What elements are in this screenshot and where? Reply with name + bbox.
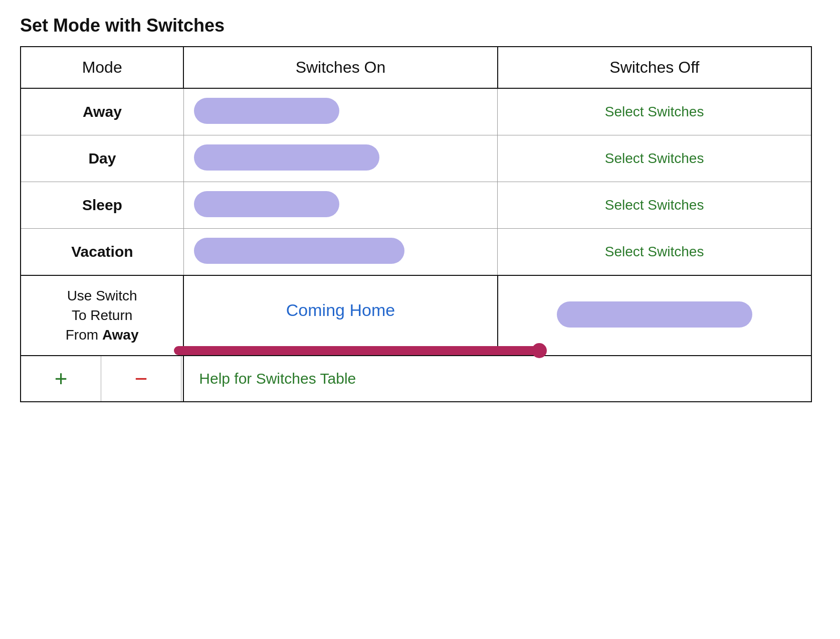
header-switches-on: Switches On	[183, 47, 497, 88]
header-switches-off: Switches Off	[498, 47, 811, 88]
switches-off-away[interactable]: Select Switches	[498, 88, 811, 135]
return-text-line2: To Return	[72, 307, 132, 323]
pill-day[interactable]	[194, 144, 379, 171]
mode-label-sleep: Sleep	[21, 182, 183, 229]
return-text-bold: Away	[102, 327, 139, 343]
table-row-vacation: Vacation Select Switches	[21, 229, 811, 276]
add-button[interactable]: +	[21, 356, 101, 401]
page-title: Set Mode with Switches	[20, 15, 820, 36]
switches-off-sleep[interactable]: Select Switches	[498, 182, 811, 229]
help-cell[interactable]: Help for Switches Table	[183, 356, 811, 402]
help-text[interactable]: Help for Switches Table	[199, 370, 356, 387]
coming-home-text[interactable]: Coming Home	[286, 300, 395, 320]
return-text-line3: From	[66, 327, 98, 343]
slider-thumb[interactable]	[532, 343, 547, 358]
select-switches-day-button[interactable]: Select Switches	[600, 145, 709, 172]
pill-vacation[interactable]	[194, 238, 404, 264]
switches-on-away[interactable]	[183, 88, 497, 135]
select-switches-vacation-button[interactable]: Select Switches	[600, 239, 709, 265]
table-row-return: Use Switch To Return From Away Coming Ho…	[21, 275, 811, 356]
coming-home-cell[interactable]: Coming Home	[183, 275, 497, 356]
switches-table: Mode Switches On Switches Off Away Selec…	[20, 46, 812, 402]
footer-buttons-cell: + −	[21, 356, 183, 402]
return-label-cell: Use Switch To Return From Away	[21, 275, 183, 356]
mode-label-day: Day	[21, 135, 183, 182]
slider-track[interactable]	[174, 346, 545, 355]
switches-off-vacation[interactable]: Select Switches	[498, 229, 811, 276]
switches-on-vacation[interactable]	[183, 229, 497, 276]
select-switches-sleep-button[interactable]: Select Switches	[600, 192, 709, 218]
table-row-sleep: Sleep Select Switches	[21, 182, 811, 229]
pill-return[interactable]	[557, 301, 752, 328]
mode-label-vacation: Vacation	[21, 229, 183, 276]
header-mode: Mode	[21, 47, 183, 88]
switches-on-sleep[interactable]	[183, 182, 497, 229]
select-switches-away-button[interactable]: Select Switches	[600, 99, 709, 125]
switches-on-day[interactable]	[183, 135, 497, 182]
table-row-away: Away Select Switches	[21, 88, 811, 135]
return-text-line1: Use Switch	[67, 288, 137, 303]
table-row-day: Day Select Switches	[21, 135, 811, 182]
table-header-row: Mode Switches On Switches Off	[21, 47, 811, 88]
switches-off-day[interactable]: Select Switches	[498, 135, 811, 182]
return-switches-off-cell[interactable]	[498, 275, 811, 356]
pill-sleep[interactable]	[194, 191, 339, 217]
pill-away[interactable]	[194, 98, 339, 124]
table-footer-row: + − Help for Switches Table	[21, 356, 811, 402]
remove-button[interactable]: −	[101, 356, 181, 401]
mode-label-away: Away	[21, 88, 183, 135]
